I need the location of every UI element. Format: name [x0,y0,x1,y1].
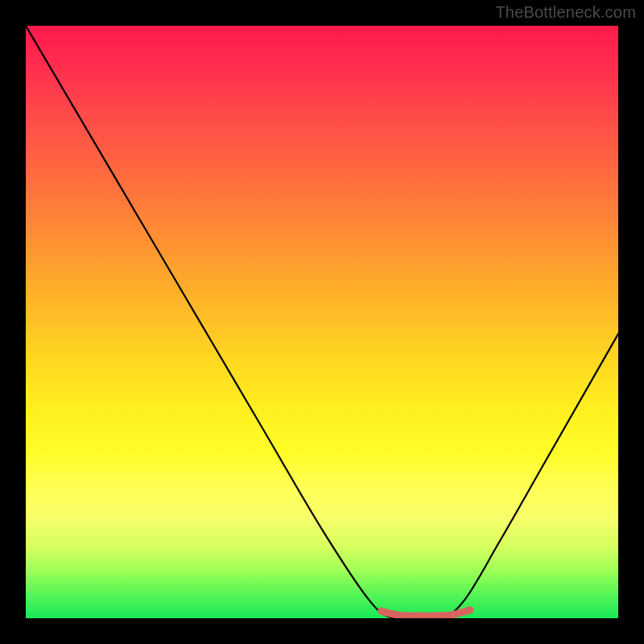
chart-frame: TheBottleneck.com [0,0,644,644]
optimal-range-highlight [382,610,470,617]
watermark-text: TheBottleneck.com [495,3,636,22]
bottleneck-curve-path [26,26,618,618]
plot-area [26,26,618,618]
chart-svg [26,26,618,618]
